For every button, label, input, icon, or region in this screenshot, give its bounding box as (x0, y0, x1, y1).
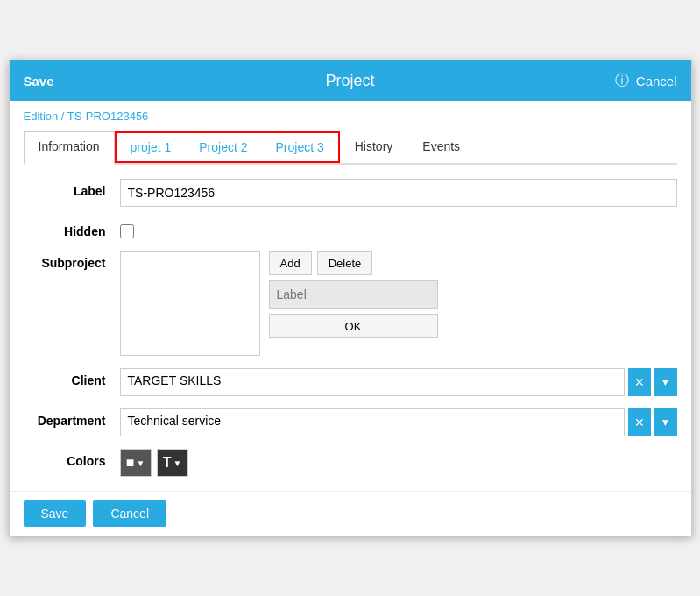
department-field-control: Technical service ✕ ▼ (120, 408, 677, 436)
hidden-field-label: Hidden (24, 219, 120, 238)
client-field-control: TARGET SKILLS ✕ ▼ (120, 368, 677, 396)
department-field-label: Department (24, 408, 120, 428)
tab-project2[interactable]: Project 2 (185, 133, 261, 161)
department-dropdown-button[interactable]: ▼ (654, 408, 677, 436)
form-section: Label Hidden Subproject (24, 179, 677, 477)
help-icon: ⓘ (615, 72, 629, 90)
hidden-row: Hidden (24, 219, 677, 238)
colors-field-control: ■ ▼ T ▼ (120, 449, 677, 477)
subproject-field-label: Subproject (24, 251, 120, 270)
header-right: ⓘ Cancel (615, 72, 677, 90)
colors-field-label: Colors (24, 449, 120, 468)
breadcrumb[interactable]: Edition / TS-PRO123456 (24, 110, 677, 123)
tab-project3[interactable]: Project 3 (262, 133, 338, 161)
tab-projet1[interactable]: projet 1 (117, 133, 186, 161)
tab-information[interactable]: Information (24, 131, 115, 165)
client-clear-button[interactable]: ✕ (628, 368, 651, 396)
colors-wrap: ■ ▼ T ▼ (120, 449, 677, 477)
hidden-field-control (120, 219, 677, 238)
header-cancel-button[interactable]: Cancel (636, 74, 677, 89)
header-save-button[interactable]: Save (24, 74, 54, 89)
subproject-add-button[interactable]: Add (269, 251, 312, 275)
bg-color-icon: ■ (126, 455, 135, 471)
text-color-button[interactable]: T ▼ (157, 449, 188, 477)
tab-events[interactable]: Events (407, 131, 475, 163)
text-color-dropdown-icon: ▼ (173, 458, 181, 468)
bg-color-dropdown-icon: ▼ (136, 458, 145, 468)
department-value: Technical service (120, 408, 625, 436)
header-left: Save (24, 74, 54, 89)
subproject-buttons: Add Delete (269, 251, 438, 275)
client-select-wrap: TARGET SKILLS ✕ ▼ (120, 368, 677, 396)
text-color-icon: T (163, 455, 172, 471)
footer-save-button[interactable]: Save (24, 500, 87, 527)
department-row: Department Technical service ✕ ▼ (24, 408, 677, 436)
modal-body: Edition / TS-PRO123456 Information proje… (10, 101, 691, 491)
label-input[interactable] (120, 179, 677, 207)
subproject-wrap: Add Delete OK (120, 251, 677, 356)
colors-row: Colors ■ ▼ T ▼ (24, 449, 677, 477)
subproject-actions: Add Delete OK (269, 251, 438, 356)
subproject-list[interactable] (120, 251, 260, 356)
client-value: TARGET SKILLS (120, 368, 625, 396)
modal-header: Save Project ⓘ Cancel (10, 60, 691, 101)
subproject-label-input[interactable] (269, 280, 438, 309)
subproject-field-control: Add Delete OK (120, 251, 677, 356)
hidden-checkbox[interactable] (120, 224, 134, 238)
subproject-row: Subproject Add Delete OK (24, 251, 677, 356)
page-title: Project (325, 72, 374, 90)
client-row: Client TARGET SKILLS ✕ ▼ (24, 368, 677, 396)
department-select-wrap: Technical service ✕ ▼ (120, 408, 677, 436)
footer-cancel-button[interactable]: Cancel (93, 500, 166, 527)
tabs-container: Information projet 1 Project 2 Project 3… (24, 131, 677, 165)
tab-history[interactable]: History (340, 131, 408, 163)
label-field-control (120, 179, 677, 207)
tabs-highlighted-group: projet 1 Project 2 Project 3 (115, 131, 340, 163)
label-field-label: Label (24, 179, 120, 198)
subproject-delete-button[interactable]: Delete (317, 251, 373, 275)
client-field-label: Client (24, 368, 120, 387)
modal-container: Save Project ⓘ Cancel Edition / TS-PRO12… (9, 60, 692, 536)
subproject-ok-button[interactable]: OK (269, 314, 438, 338)
client-dropdown-button[interactable]: ▼ (654, 368, 677, 396)
label-row: Label (24, 179, 677, 207)
modal-footer: Save Cancel (10, 491, 691, 536)
department-clear-button[interactable]: ✕ (628, 408, 651, 436)
bg-color-button[interactable]: ■ ▼ (120, 449, 152, 477)
